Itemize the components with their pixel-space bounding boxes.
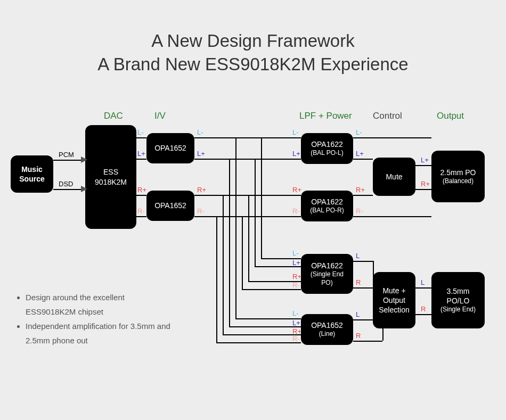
wire-dac-iv-rm bbox=[136, 216, 146, 217]
bullet-1: Design around the excellent ESS9018K2M c… bbox=[26, 290, 176, 319]
wire-iv-lpf-pol-lp bbox=[194, 159, 301, 160]
lbl-se-rm: R- bbox=[291, 281, 301, 289]
lbl-line-rp: R+ bbox=[291, 327, 303, 335]
wire-tap-line-rp-v bbox=[223, 195, 224, 334]
wire-line-musel-r-v bbox=[382, 328, 383, 341]
wire-dsd bbox=[53, 189, 85, 190]
lbl-por-rm: R- bbox=[291, 207, 301, 215]
bullet-2: Independent amplification for 3.5mm and … bbox=[26, 319, 176, 348]
wire-pol-mute-lp bbox=[353, 159, 373, 160]
wire-mute-out-lp bbox=[415, 165, 431, 166]
lbl-line-lp: L+ bbox=[291, 319, 301, 327]
iv-top-box: OPA1652 bbox=[146, 133, 194, 163]
lbl-iv-lm: L- bbox=[196, 128, 205, 136]
col-iv: I/V bbox=[154, 111, 166, 121]
wire-dac-iv-rp bbox=[136, 195, 146, 196]
lbl-iv-lp: L+ bbox=[196, 150, 206, 158]
lbl-iv-rm: R- bbox=[196, 207, 206, 215]
out25-box: 2.5mm PO(Balanced) bbox=[431, 151, 485, 202]
lbl-se-rp: R+ bbox=[291, 273, 303, 281]
lbl-line-lm: L- bbox=[291, 309, 300, 317]
mute-sel-box: Mute + Output Selection bbox=[373, 272, 415, 328]
lbl-pol-out-lm: L- bbox=[355, 128, 363, 136]
wire-tap-line-rm-h bbox=[216, 342, 301, 343]
wire-se-musel-l-h bbox=[353, 261, 373, 262]
wire-tap-se-rp-v bbox=[248, 195, 249, 281]
title-line2: A Brand New ESS9018K2M Experience bbox=[0, 54, 506, 75]
lbl-musel-out-r: R bbox=[420, 305, 427, 313]
svg-marker-1 bbox=[81, 186, 87, 192]
lbl-se-out-r: R bbox=[355, 278, 362, 286]
lbl-se-lm: L- bbox=[291, 249, 300, 257]
wire-tap-line-rm-v bbox=[216, 216, 217, 342]
wire-tap-se-lm-v bbox=[261, 137, 262, 258]
mute-box: Mute bbox=[373, 158, 415, 196]
lpf-line-box: OPA1652(Line) bbox=[301, 314, 353, 345]
wire-line-musel-r-h bbox=[353, 341, 382, 342]
wire-tap-se-rm-v bbox=[242, 216, 243, 289]
lbl-line-out-r: R bbox=[355, 332, 362, 340]
wire-dac-iv-lp bbox=[136, 159, 146, 160]
lbl-dsd: DSD bbox=[58, 180, 74, 188]
wire-tap-se-lp-v bbox=[255, 159, 256, 266]
wire-musel-out-l bbox=[415, 287, 431, 289]
wire-line-musel-l bbox=[353, 319, 373, 320]
lbl-por-out-rp: R+ bbox=[355, 186, 366, 194]
lbl-musel-out-l: L bbox=[420, 278, 426, 286]
lbl-pcm: PCM bbox=[58, 151, 75, 159]
wire-iv-lpf-por-rm bbox=[194, 216, 301, 217]
lbl-line-out-l: L bbox=[355, 310, 361, 318]
arrow-dsd bbox=[81, 186, 87, 192]
feature-bullets: Design around the excellent ESS9018K2M c… bbox=[16, 290, 176, 348]
wire-tap-line-lm-v bbox=[235, 137, 236, 318]
lbl-se-out-l: L bbox=[355, 252, 361, 260]
col-lpf: LPF + Power bbox=[299, 111, 352, 121]
col-control: Control bbox=[373, 111, 402, 121]
wire-mute-out-rp bbox=[415, 189, 431, 190]
wire-se-musel-r bbox=[353, 287, 373, 289]
lbl-line-rm: R- bbox=[291, 335, 301, 343]
wire-iv-lpf-por-rp bbox=[194, 195, 301, 196]
wire-pol-out-lm bbox=[353, 137, 431, 138]
lbl-dac-iv-rp: R+ bbox=[136, 186, 148, 194]
wire-pcm bbox=[53, 160, 85, 161]
wire-tap-line-lp-v bbox=[229, 159, 230, 326]
out35-box: 3.5mm PO/LO(Single End) bbox=[431, 272, 485, 328]
dac-box: ESS 9018K2M bbox=[85, 125, 136, 229]
arrow-pcm bbox=[81, 157, 87, 163]
iv-bot-box: OPA1652 bbox=[146, 191, 194, 221]
music-source-box: Music Source bbox=[11, 155, 53, 193]
lbl-mute-out-rp: R+ bbox=[420, 180, 431, 188]
wire-iv-lpf-pol-lm bbox=[194, 137, 301, 138]
lbl-iv-rp: R+ bbox=[196, 186, 207, 194]
wire-tap-line-lp-h bbox=[229, 326, 301, 327]
col-dac: DAC bbox=[104, 111, 123, 121]
lbl-pol-lp: L+ bbox=[291, 150, 301, 158]
wire-tap-line-rp-h bbox=[223, 334, 301, 335]
wire-se-musel-l-v bbox=[373, 261, 374, 277]
lbl-por-out-rm: R- bbox=[355, 207, 364, 215]
wire-tap-se-rm-h bbox=[242, 289, 301, 290]
wire-por-mute-rp bbox=[353, 195, 373, 196]
title-line1: A New Design Framework bbox=[0, 31, 506, 51]
lbl-pol-lm: L- bbox=[291, 128, 300, 136]
lbl-por-rp: R+ bbox=[291, 186, 303, 194]
svg-marker-0 bbox=[81, 157, 87, 163]
wire-dac-iv-lm bbox=[136, 137, 146, 138]
lbl-dac-iv-lm: L- bbox=[136, 128, 145, 136]
lbl-dac-iv-rm: R- bbox=[136, 207, 146, 215]
lbl-pol-mute-lp: L+ bbox=[355, 150, 365, 158]
lpf-por-box: OPA1622(BAL PO-R) bbox=[301, 191, 353, 221]
wire-musel-out-r bbox=[415, 314, 431, 315]
lbl-dac-iv-lp: L+ bbox=[136, 150, 146, 158]
lpf-pol-box: OPA1622(BAL PO-L) bbox=[301, 133, 353, 164]
wire-por-out-rm bbox=[353, 216, 431, 217]
col-output: Output bbox=[437, 111, 464, 121]
lbl-se-lp: L+ bbox=[291, 259, 301, 267]
lpf-se-box: OPA1622(Single End PO) bbox=[301, 254, 353, 294]
lbl-mute-out-lp: L+ bbox=[420, 156, 430, 164]
